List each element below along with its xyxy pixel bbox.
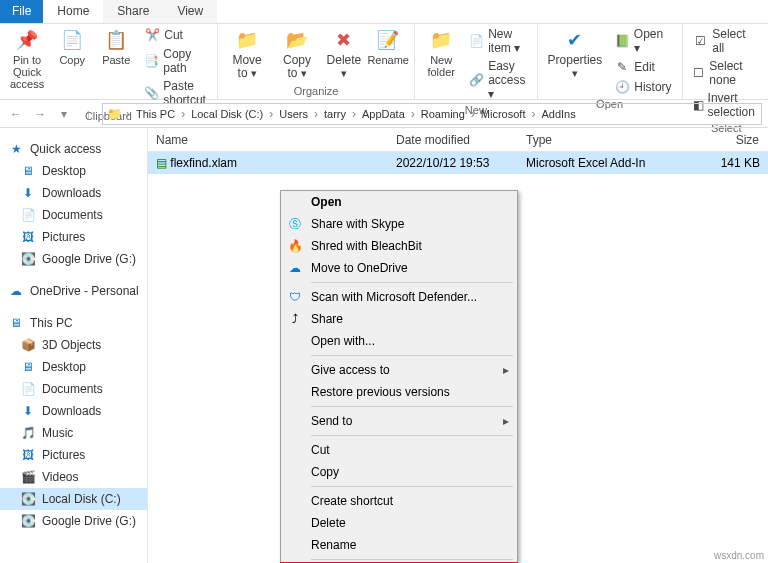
desktop-icon: 🖥	[20, 163, 36, 179]
col-header-name[interactable]: Name	[148, 133, 388, 147]
ctx-open[interactable]: Open	[281, 191, 517, 213]
drive-icon: 💽	[20, 251, 36, 267]
ctx-defender[interactable]: 🛡Scan with Microsoft Defender...	[281, 286, 517, 308]
sidebar-label: Quick access	[30, 142, 101, 156]
crumb-roaming[interactable]: Roaming	[419, 108, 467, 120]
copy-to-button[interactable]: 📂 Copy to ▾	[274, 26, 319, 82]
open-button[interactable]: 📗Open ▾	[610, 26, 675, 56]
cut-button[interactable]: ✂️Cut	[140, 26, 211, 44]
ctx-label: Send to	[311, 414, 352, 428]
ctx-label: Open with...	[311, 334, 375, 348]
crumb-appdata[interactable]: AppData	[360, 108, 407, 120]
sidebar-item-downloads[interactable]: ⬇Downloads	[0, 182, 147, 204]
ctx-move-onedrive[interactable]: ☁Move to OneDrive	[281, 257, 517, 279]
ctx-label: Shred with BleachBit	[311, 239, 422, 253]
pin-quick-access-button[interactable]: 📌 Pin to Quick access	[6, 26, 48, 92]
easy-access-button[interactable]: 🔗Easy access ▾	[465, 58, 530, 102]
tab-file[interactable]: File	[0, 0, 43, 23]
new-item-button[interactable]: 📄New item ▾	[465, 26, 530, 56]
ctx-delete[interactable]: Delete	[281, 512, 517, 534]
videos-icon: 🎬	[20, 469, 36, 485]
sidebar-item-music[interactable]: 🎵Music	[0, 422, 147, 444]
edit-icon: ✎	[614, 59, 630, 75]
crumb-thispc[interactable]: This PC	[134, 108, 177, 120]
properties-button[interactable]: ✔ Properties ▾	[544, 26, 607, 81]
ctx-give-access[interactable]: Give access to▸	[281, 359, 517, 381]
sidebar-item-gdrive[interactable]: 💽Google Drive (G:)	[0, 248, 147, 270]
nav-up-button[interactable]: ↑	[78, 104, 98, 124]
ctx-separator	[311, 559, 513, 560]
rename-button[interactable]: 📝 Rename	[368, 26, 408, 68]
ctx-create-shortcut[interactable]: Create shortcut	[281, 490, 517, 512]
sidebar-item-pictures[interactable]: 🖼Pictures	[0, 226, 147, 248]
sidebar-label: This PC	[30, 316, 73, 330]
ctx-cut[interactable]: Cut	[281, 439, 517, 461]
sidebar-item-videos[interactable]: 🎬Videos	[0, 466, 147, 488]
move-to-button[interactable]: 📁 Move to ▾	[224, 26, 270, 82]
drive-icon: 💽	[20, 513, 36, 529]
ctx-restore[interactable]: Restore previous versions	[281, 381, 517, 403]
copy-button[interactable]: 📄 Copy	[52, 26, 92, 68]
ctx-copy[interactable]: Copy	[281, 461, 517, 483]
crumb-addins[interactable]: AddIns	[539, 108, 577, 120]
sidebar-item-gdrive2[interactable]: 💽Google Drive (G:)	[0, 510, 147, 532]
crumb-tarry[interactable]: tarry	[322, 108, 348, 120]
delete-label: Delete ▾	[327, 54, 362, 79]
col-header-size[interactable]: Size	[688, 133, 768, 147]
cut-icon: ✂️	[144, 27, 160, 43]
ctx-send-to[interactable]: Send to▸	[281, 410, 517, 432]
paste-button[interactable]: 📋 Paste	[96, 26, 136, 68]
sidebar-item-desktop[interactable]: 🖥Desktop	[0, 160, 147, 182]
crumb-localdisk[interactable]: Local Disk (C:)	[189, 108, 265, 120]
nav-back-button[interactable]: ←	[6, 104, 26, 124]
tab-view[interactable]: View	[163, 0, 217, 23]
select-none-button[interactable]: ☐Select none	[689, 58, 764, 88]
crumb-microsoft[interactable]: Microsoft	[479, 108, 528, 120]
ctx-share-skype[interactable]: ⓈShare with Skype	[281, 213, 517, 235]
col-header-type[interactable]: Type	[518, 133, 688, 147]
sidebar-label: Documents	[42, 382, 103, 396]
ctx-bleachbit[interactable]: 🔥Shred with BleachBit	[281, 235, 517, 257]
chevron-right-icon: ›	[267, 107, 275, 121]
open-label: Open ▾	[634, 27, 672, 55]
sidebar-item-pictures2[interactable]: 🖼Pictures	[0, 444, 147, 466]
sidebar-item-documents[interactable]: 📄Documents	[0, 204, 147, 226]
edit-button[interactable]: ✎Edit	[610, 58, 675, 76]
music-icon: 🎵	[20, 425, 36, 441]
ctx-rename[interactable]: Rename	[281, 534, 517, 556]
delete-button[interactable]: ✖ Delete ▾	[324, 26, 364, 81]
excel-icon: ▤	[156, 156, 167, 170]
select-all-button[interactable]: ☑Select all	[689, 26, 764, 56]
sidebar-item-desktop2[interactable]: 🖥Desktop	[0, 356, 147, 378]
ctx-share[interactable]: ⤴Share	[281, 308, 517, 330]
column-headers: Name Date modified Type Size	[148, 128, 768, 152]
cut-label: Cut	[164, 28, 183, 42]
sidebar-item-onedrive[interactable]: ☁OneDrive - Personal	[0, 280, 147, 302]
sidebar-item-3dobjects[interactable]: 📦3D Objects	[0, 334, 147, 356]
crumb-users[interactable]: Users	[277, 108, 310, 120]
rename-label: Rename	[367, 54, 409, 66]
tab-home[interactable]: Home	[43, 0, 103, 23]
ribbon-group-select: ☑Select all ☐Select none ◧Invert selecti…	[683, 24, 768, 99]
edit-label: Edit	[634, 60, 655, 74]
history-button[interactable]: 🕘History	[610, 78, 675, 96]
sidebar-item-downloads2[interactable]: ⬇Downloads	[0, 400, 147, 422]
move-to-icon: 📁	[235, 28, 259, 52]
nav-forward-button[interactable]: →	[30, 104, 50, 124]
sidebar-item-quick-access[interactable]: ★Quick access	[0, 138, 147, 160]
new-folder-button[interactable]: 📁 New folder	[421, 26, 461, 80]
nav-recent-button[interactable]: ▾	[54, 104, 74, 124]
sidebar-item-documents2[interactable]: 📄Documents	[0, 378, 147, 400]
ctx-open-with[interactable]: Open with...	[281, 330, 517, 352]
new-item-label: New item ▾	[488, 27, 526, 55]
breadcrumb[interactable]: 📁 › This PC› Local Disk (C:)› Users› tar…	[102, 103, 762, 125]
file-row[interactable]: ▤ flexfind.xlam 2022/10/12 19:53 Microso…	[148, 152, 768, 174]
sidebar-item-localdisk[interactable]: 💽Local Disk (C:)	[0, 488, 147, 510]
col-header-date[interactable]: Date modified	[388, 133, 518, 147]
sidebar-item-thispc[interactable]: 🖥This PC	[0, 312, 147, 334]
disk-icon: 💽	[20, 491, 36, 507]
tab-share[interactable]: Share	[103, 0, 163, 23]
pc-icon: 🖥	[8, 315, 24, 331]
copy-path-button[interactable]: 📑Copy path	[140, 46, 211, 76]
new-folder-icon: 📁	[429, 28, 453, 52]
